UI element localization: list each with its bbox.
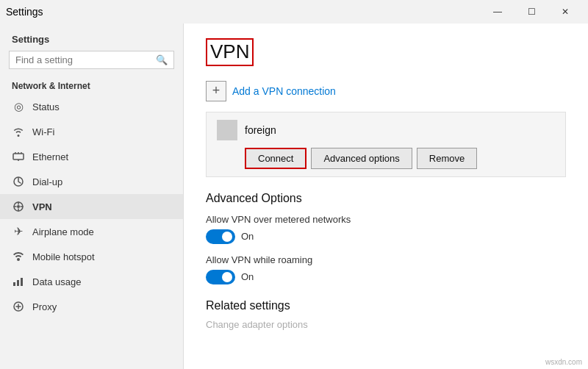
change-adapter-link[interactable]: Change adapter options <box>206 319 308 330</box>
sidebar-item-label-datausage: Data usage <box>32 276 82 287</box>
search-input[interactable] <box>15 54 156 65</box>
app-body: Settings 🔍 Network & Internet ◎ Status W… <box>0 24 588 369</box>
title-bar: Settings — ☐ ✕ <box>0 0 588 24</box>
airplane-icon: ✈ <box>12 225 25 238</box>
page-title: VPN <box>206 38 254 66</box>
sidebar-item-label-vpn: VPN <box>32 201 52 212</box>
sidebar-item-label-dialup: Dial-up <box>32 176 62 187</box>
sidebar-item-label-status: Status <box>32 101 60 112</box>
ethernet-icon <box>12 150 25 163</box>
sidebar: Settings 🔍 Network & Internet ◎ Status W… <box>0 24 184 369</box>
related-settings-title: Related settings <box>206 299 566 312</box>
settings-window: Settings — ☐ ✕ Settings 🔍 Network & Inte… <box>0 0 588 369</box>
add-vpn-row[interactable]: + Add a VPN connection <box>206 81 566 101</box>
proxy-icon <box>12 300 25 313</box>
status-icon: ◎ <box>12 100 25 113</box>
search-box[interactable]: 🔍 <box>9 51 174 69</box>
toggle-row-roaming: On <box>206 270 566 284</box>
main-content: VPN + Add a VPN connection foreign Conne… <box>184 24 588 369</box>
vpn-card: foreign Connect Advanced options Remove <box>206 112 566 177</box>
sidebar-item-datausage[interactable]: Data usage <box>0 269 183 294</box>
svg-rect-9 <box>17 280 19 286</box>
maximize-button[interactable]: ☐ <box>514 0 548 24</box>
sidebar-item-label-proxy: Proxy <box>32 301 57 312</box>
dialup-icon <box>12 175 25 188</box>
sidebar-item-label-airplane: Airplane mode <box>32 226 94 237</box>
hotspot-icon <box>12 250 25 263</box>
connect-button[interactable]: Connect <box>245 148 306 169</box>
datausage-icon <box>12 275 25 288</box>
svg-rect-8 <box>13 282 15 286</box>
add-vpn-icon-btn[interactable]: + <box>206 81 226 101</box>
minimize-button[interactable]: — <box>481 0 514 24</box>
svg-rect-0 <box>13 154 24 160</box>
sidebar-item-vpn[interactable]: VPN <box>0 194 183 219</box>
advanced-options-button[interactable]: Advanced options <box>311 148 412 169</box>
watermark: wsxdn.com <box>545 358 582 366</box>
vpn-card-icon <box>217 120 237 140</box>
option-row-metered: Allow VPN over metered networks On <box>206 214 566 244</box>
wifi-icon <box>12 125 25 138</box>
remove-button[interactable]: Remove <box>417 148 477 169</box>
sidebar-item-wifi[interactable]: Wi-Fi <box>0 119 183 144</box>
title-bar-controls: — ☐ ✕ <box>481 0 582 24</box>
add-vpn-label[interactable]: Add a VPN connection <box>232 85 336 97</box>
sidebar-header: Settings <box>0 24 183 51</box>
sidebar-item-hotspot[interactable]: Mobile hotspot <box>0 244 183 269</box>
option-metered-label: Allow VPN over metered networks <box>206 214 566 225</box>
option-roaming-label: Allow VPN while roaming <box>206 254 566 265</box>
close-button[interactable]: ✕ <box>548 0 582 24</box>
sidebar-item-label-wifi: Wi-Fi <box>32 126 54 137</box>
toggle-row-metered: On <box>206 229 566 244</box>
sidebar-item-proxy[interactable]: Proxy <box>0 294 183 319</box>
svg-point-7 <box>17 205 20 208</box>
toggle-metered-label: On <box>241 231 254 242</box>
title-bar-left: Settings <box>6 6 43 18</box>
vpn-card-name-row: foreign <box>217 120 555 140</box>
vpn-card-buttons: Connect Advanced options Remove <box>245 148 555 169</box>
advanced-options-title: Advanced Options <box>206 192 566 205</box>
sidebar-item-status[interactable]: ◎ Status <box>0 94 183 119</box>
sidebar-section-label: Network & Internet <box>0 76 183 94</box>
sidebar-item-label-ethernet: Ethernet <box>32 151 68 162</box>
toggle-metered[interactable] <box>206 229 235 244</box>
search-icon: 🔍 <box>156 54 168 65</box>
vpn-card-name: foreign <box>245 124 276 136</box>
title-bar-title: Settings <box>6 6 43 18</box>
option-row-roaming: Allow VPN while roaming On <box>206 254 566 284</box>
sidebar-item-ethernet[interactable]: Ethernet <box>0 144 183 169</box>
vpn-icon <box>12 200 25 213</box>
toggle-roaming-label: On <box>241 271 254 282</box>
sidebar-item-airplane[interactable]: ✈ Airplane mode <box>0 219 183 244</box>
sidebar-item-dialup[interactable]: Dial-up <box>0 169 183 194</box>
sidebar-item-label-hotspot: Mobile hotspot <box>32 251 95 262</box>
svg-rect-10 <box>21 278 23 286</box>
toggle-roaming[interactable] <box>206 270 235 284</box>
